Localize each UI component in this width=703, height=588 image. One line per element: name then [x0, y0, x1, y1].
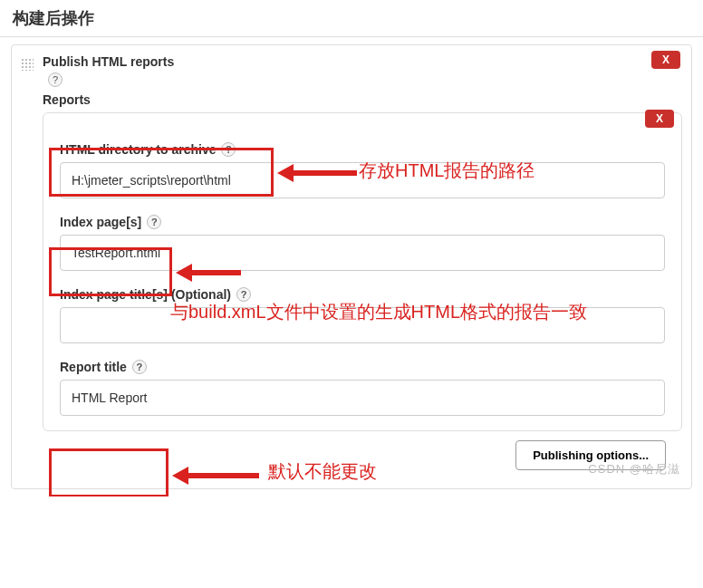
publish-html-heading: Publish HTML reports: [43, 54, 682, 69]
help-icon[interactable]: ?: [48, 72, 63, 87]
index-titles-label: Index page title[s] (Optional) ?: [60, 287, 665, 302]
help-icon[interactable]: ?: [147, 215, 161, 229]
index-pages-label: Index page[s] ?: [60, 215, 665, 229]
reports-label: Reports: [43, 92, 682, 107]
drag-handle-icon[interactable]: [21, 58, 34, 71]
index-pages-input[interactable]: [60, 235, 665, 271]
index-titles-input[interactable]: [60, 307, 665, 343]
delete-step-button[interactable]: X: [651, 51, 680, 69]
publishing-options-button[interactable]: Publishing options...: [515, 440, 666, 470]
report-title-input[interactable]: [60, 380, 665, 416]
help-icon[interactable]: ?: [221, 142, 236, 157]
delete-report-button[interactable]: X: [645, 110, 674, 128]
publish-html-block: X Publish HTML reports ? Reports X HTML …: [11, 44, 692, 489]
footer-row: Publishing options...: [21, 431, 682, 479]
help-icon[interactable]: ?: [236, 287, 251, 302]
post-build-section-title: 构建后操作: [0, 0, 703, 37]
report-title-label: Report title ?: [60, 360, 665, 374]
html-dir-label: HTML directory to archive ?: [60, 142, 665, 157]
report-config-panel: X HTML directory to archive ? Index page…: [43, 112, 682, 431]
publish-title-text: Publish HTML reports: [43, 54, 174, 69]
html-dir-input[interactable]: [60, 162, 665, 198]
help-icon[interactable]: ?: [132, 360, 147, 374]
